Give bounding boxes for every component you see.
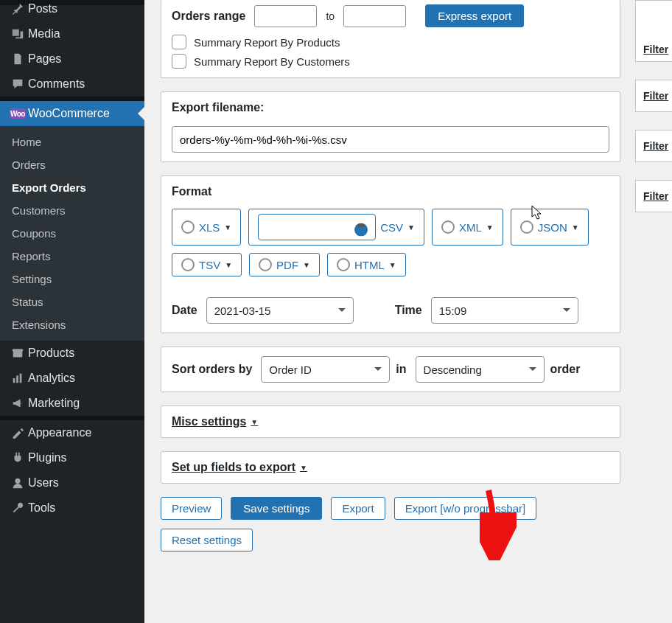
pages-icon xyxy=(7,52,28,66)
chevron-down-icon: ▼ xyxy=(572,223,579,232)
sort-direction-select[interactable]: Descending xyxy=(416,356,545,383)
summary-customers-label: Summary Report By Customers xyxy=(194,55,350,68)
save-settings-button[interactable]: Save settings xyxy=(231,497,322,520)
filename-panel: Export filename: xyxy=(161,91,620,162)
sort-direction-value: Descending xyxy=(424,363,482,376)
chevron-down-icon: ▼ xyxy=(486,223,494,232)
sidebar-label: Plugins xyxy=(28,451,66,464)
radio-icon xyxy=(520,220,533,234)
sidebar-item-users[interactable]: Users xyxy=(0,470,144,495)
misc-settings-panel: Misc settings ▼ xyxy=(161,406,620,438)
time-value: 15:09 xyxy=(439,304,467,317)
sort-order-label: order xyxy=(550,363,581,376)
filter-panel-stub[interactable]: Filter xyxy=(635,130,672,162)
marketing-icon xyxy=(7,397,28,410)
filename-label: Export filename: xyxy=(172,101,609,114)
radio-icon xyxy=(441,220,455,234)
submenu-home[interactable]: Home xyxy=(0,130,144,153)
format-html-button[interactable]: HTML ▼ xyxy=(327,253,406,276)
radio-icon xyxy=(337,258,350,271)
orders-range-to-text: to xyxy=(326,10,335,22)
misc-settings-toggle[interactable]: Misc settings ▼ xyxy=(172,415,258,428)
sidebar-item-posts[interactable]: Posts xyxy=(0,0,144,21)
format-xls-button[interactable]: XLS ▼ xyxy=(172,209,241,246)
format-csv-label: CSV xyxy=(380,221,403,234)
sidebar-label: Analytics xyxy=(28,372,75,385)
sidebar-item-analytics[interactable]: Analytics xyxy=(0,366,144,391)
express-export-button[interactable]: Express export xyxy=(425,4,524,27)
sidebar-item-pages[interactable]: Pages xyxy=(0,46,144,72)
fields-label: Set up fields to export xyxy=(172,461,295,474)
sidebar-item-appearance[interactable]: Appearance xyxy=(0,420,144,445)
svg-rect-1 xyxy=(13,349,23,352)
reset-settings-button[interactable]: Reset settings xyxy=(161,529,253,551)
format-xml-label: XML xyxy=(459,221,482,234)
filter-panel-stub[interactable]: Filter xyxy=(635,80,672,112)
filter-panel-stub[interactable]: Filter xyxy=(635,0,672,62)
fields-toggle[interactable]: Set up fields to export ▼ xyxy=(172,461,307,474)
sidebar-item-media[interactable]: Media xyxy=(0,21,144,46)
submenu-settings[interactable]: Settings xyxy=(0,268,144,290)
fields-panel: Set up fields to export ▼ xyxy=(161,451,620,484)
time-select[interactable]: 15:09 xyxy=(431,297,578,324)
sort-field-select[interactable]: Order ID xyxy=(261,356,390,383)
sidebar-item-tools[interactable]: Tools xyxy=(0,495,144,521)
format-html-label: HTML xyxy=(354,259,385,271)
submenu-customers[interactable]: Customers xyxy=(0,199,144,222)
submenu-export-orders[interactable]: Export Orders xyxy=(0,176,144,199)
chevron-down-icon: ▼ xyxy=(389,261,396,269)
chevron-down-icon: ▼ xyxy=(300,464,307,472)
svg-rect-4 xyxy=(20,374,22,383)
orders-range-panel: Orders range to Express export Summary R… xyxy=(161,0,620,78)
sort-label: Sort orders by xyxy=(172,363,252,376)
format-tsv-button[interactable]: TSV ▼ xyxy=(172,253,242,276)
admin-sidebar: Posts Media Pages Comments Woo WooCommer… xyxy=(0,0,144,623)
sidebar-item-marketing[interactable]: Marketing xyxy=(0,391,144,416)
svg-point-5 xyxy=(15,478,20,484)
analytics-icon xyxy=(7,372,28,385)
format-pdf-label: PDF xyxy=(276,259,298,271)
filter-panel-stub[interactable]: Filter xyxy=(635,180,672,212)
radio-icon xyxy=(181,258,195,271)
orders-range-to-input[interactable] xyxy=(343,5,406,27)
users-icon xyxy=(7,476,28,490)
export-wo-progress-button[interactable]: Export [w/o progressbar] xyxy=(394,497,536,520)
submenu-orders[interactable]: Orders xyxy=(0,153,144,176)
submenu-status[interactable]: Status xyxy=(0,290,144,313)
format-xls-label: XLS xyxy=(199,221,220,234)
filename-input[interactable] xyxy=(172,126,609,153)
sidebar-label: Pages xyxy=(28,52,61,66)
sidebar-label: Users xyxy=(28,476,59,490)
products-icon xyxy=(7,347,28,360)
date-select[interactable]: 2021-03-15 xyxy=(206,297,354,324)
woocommerce-submenu: Home Orders Export Orders Customers Coup… xyxy=(0,126,144,341)
right-filters-column: Filter Filter Filter Filter xyxy=(635,0,672,230)
misc-settings-label: Misc settings xyxy=(172,415,246,428)
summary-products-checkbox[interactable] xyxy=(172,35,186,49)
preview-button[interactable]: Preview xyxy=(161,497,222,520)
sidebar-item-woocommerce[interactable]: Woo WooCommerce xyxy=(0,101,144,126)
format-csv-button[interactable]: CSV ▼ xyxy=(248,209,424,246)
sidebar-item-comments[interactable]: Comments xyxy=(0,72,144,97)
action-buttons-row: Preview Save settings Export Export [w/o… xyxy=(161,497,620,551)
summary-products-label: Summary Report By Products xyxy=(194,36,340,49)
sidebar-label: Marketing xyxy=(28,397,80,410)
svg-rect-3 xyxy=(16,375,18,383)
submenu-reports[interactable]: Reports xyxy=(0,245,144,268)
sidebar-item-plugins[interactable]: Plugins xyxy=(0,445,144,470)
sidebar-label: Media xyxy=(28,27,60,41)
orders-range-from-input[interactable] xyxy=(254,5,317,27)
chevron-down-icon: ▼ xyxy=(224,223,231,232)
sort-panel: Sort orders by Order ID in Descending or… xyxy=(161,347,620,392)
orders-range-label: Orders range xyxy=(172,10,245,23)
format-xml-button[interactable]: XML ▼ xyxy=(432,209,503,246)
submenu-coupons[interactable]: Coupons xyxy=(0,222,144,245)
summary-customers-checkbox[interactable] xyxy=(172,54,186,69)
submenu-extensions[interactable]: Extensions xyxy=(0,313,144,336)
export-button[interactable]: Export xyxy=(331,497,385,520)
sidebar-item-products[interactable]: Products xyxy=(0,341,144,366)
format-tsv-label: TSV xyxy=(199,259,220,271)
media-icon xyxy=(7,27,28,41)
format-json-button[interactable]: JSON ▼ xyxy=(511,209,589,246)
format-pdf-button[interactable]: PDF ▼ xyxy=(249,253,320,276)
